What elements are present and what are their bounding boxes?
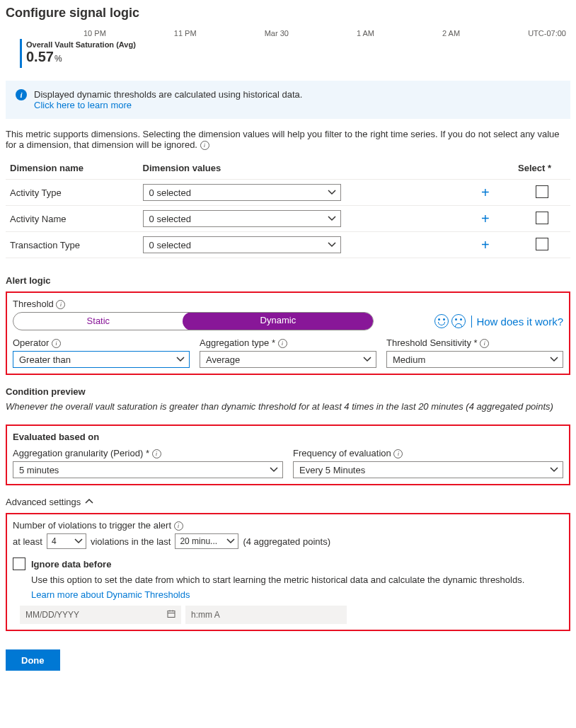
add-icon[interactable]: +	[477, 238, 494, 252]
svg-rect-0	[168, 611, 175, 618]
calendar-icon	[167, 610, 175, 620]
date-input[interactable]: MM/DD/YYYY	[20, 606, 181, 624]
done-button[interactable]: Done	[6, 649, 60, 671]
select-checkbox[interactable]	[536, 238, 548, 250]
col-name: Dimension name	[6, 157, 139, 180]
ignore-help: Use this option to set the date from whi…	[31, 574, 563, 585]
time-input[interactable]: h:mm A	[185, 606, 347, 624]
info-icon[interactable]: i	[278, 339, 287, 348]
aggregation-label: Aggregation type * i	[200, 337, 376, 348]
dim-name: Transaction Type	[6, 232, 139, 258]
select-checkbox[interactable]	[536, 212, 548, 224]
banner-text: Displayed dynamic thresholds are calcula…	[34, 89, 302, 100]
evaluated-heading: Evaluated based on	[13, 432, 563, 442]
chevron-down-icon	[328, 214, 336, 223]
chevron-up-icon	[85, 497, 93, 507]
select-checkbox[interactable]	[536, 185, 548, 198]
evaluated-panel: Evaluated based on Aggregation granulari…	[6, 424, 570, 485]
dim-values-select[interactable]: 0 selected	[143, 184, 341, 201]
violations-count-select[interactable]: 4	[47, 533, 86, 549]
aggregation-select[interactable]: Average	[200, 351, 376, 368]
frequency-select[interactable]: Every 5 Minutes	[293, 461, 563, 478]
dim-name: Activity Type	[6, 180, 139, 206]
threshold-static[interactable]: Static	[13, 313, 183, 330]
frequency-label: Frequency of evaluation i	[293, 448, 563, 458]
granularity-label: Aggregation granularity (Period) * i	[13, 448, 283, 458]
how-link[interactable]: How does it work?	[471, 316, 563, 328]
dimension-row: Activity Type 0 selected +	[6, 180, 570, 206]
violations-window-select[interactable]: 20 minu...	[175, 533, 238, 549]
info-icon[interactable]: i	[480, 339, 489, 348]
time-tick: 1 AM	[357, 29, 374, 37]
col-select: Select *	[514, 157, 570, 180]
operator-label: Operator i	[13, 337, 190, 348]
sensitivity-label: Threshold Sensitivity * i	[386, 337, 563, 348]
time-tick: 10 PM	[83, 29, 106, 37]
dim-values-select[interactable]: 0 selected	[143, 210, 341, 227]
alert-logic-heading: Alert logic	[6, 275, 570, 286]
dimension-row: Activity Name 0 selected +	[6, 206, 570, 232]
metric-card: Overall Vault Saturation (Avg) 0.57%	[20, 39, 142, 68]
condition-text: Whenever the overall vault saturation is…	[6, 401, 570, 412]
at-least-text: at least	[13, 536, 42, 547]
alert-logic-panel: Threshold i Static Dynamic How does it w…	[6, 291, 570, 375]
learn-thresholds-link[interactable]: Learn more about Dynamic Thresholds	[31, 589, 190, 600]
info-banner: i Displayed dynamic thresholds are calcu…	[6, 81, 570, 119]
info-icon[interactable]: i	[200, 141, 209, 150]
metric-name: Overall Vault Saturation (Avg)	[26, 40, 136, 49]
metric-unit: %	[54, 54, 62, 64]
chevron-down-icon	[363, 355, 371, 364]
time-tick: 11 PM	[174, 29, 197, 37]
banner-link[interactable]: Click here to learn more	[34, 100, 132, 110]
sensitivity-select[interactable]: Medium	[386, 351, 563, 368]
timeline: 10 PM 11 PM Mar 30 1 AM 2 AM UTC-07:00	[6, 29, 570, 39]
violations-label: Number of violations to trigger the aler…	[13, 520, 563, 531]
chevron-down-icon	[328, 188, 336, 197]
chevron-down-icon	[550, 466, 558, 474]
violations-mid-text: violations in the last	[91, 536, 171, 547]
time-tick: 2 AM	[442, 29, 460, 37]
info-icon[interactable]: i	[174, 521, 183, 531]
threshold-label: Threshold i	[13, 299, 563, 309]
info-icon[interactable]: i	[56, 300, 65, 309]
info-icon[interactable]: i	[393, 449, 403, 458]
feedback-happy-icon[interactable]	[434, 314, 449, 328]
ignore-checkbox[interactable]	[13, 557, 25, 570]
chevron-down-icon	[74, 537, 83, 545]
condition-heading: Condition preview	[6, 386, 570, 397]
operator-select[interactable]: Greater than	[13, 351, 190, 368]
dimension-table: Dimension name Dimension values Select *…	[6, 157, 570, 258]
dim-name: Activity Name	[6, 206, 139, 232]
time-tick: Mar 30	[265, 29, 289, 37]
chevron-down-icon	[270, 466, 278, 474]
add-icon[interactable]: +	[477, 185, 494, 200]
advanced-panel: Number of violations to trigger the aler…	[6, 513, 570, 631]
chevron-down-icon	[176, 355, 185, 364]
dim-values-select[interactable]: 0 selected	[143, 236, 341, 253]
chevron-down-icon	[328, 241, 336, 249]
col-values: Dimension values	[139, 157, 514, 180]
time-tz: UTC-07:00	[528, 29, 566, 37]
advanced-toggle[interactable]: Advanced settings	[6, 497, 93, 507]
info-icon[interactable]: i	[52, 339, 61, 348]
info-icon: i	[16, 89, 27, 100]
add-icon[interactable]: +	[477, 212, 494, 226]
threshold-dynamic[interactable]: Dynamic	[183, 312, 374, 330]
ignore-label: Ignore data before	[31, 559, 111, 570]
metric-value: 0.57	[26, 49, 54, 64]
chevron-down-icon	[550, 355, 558, 364]
page-title: Configure signal logic	[6, 6, 570, 21]
info-icon[interactable]: i	[152, 449, 161, 458]
dimension-row: Transaction Type 0 selected +	[6, 232, 570, 258]
threshold-toggle[interactable]: Static Dynamic	[13, 312, 374, 330]
granularity-select[interactable]: 5 minutes	[13, 461, 283, 478]
chevron-down-icon	[226, 537, 235, 545]
dimension-help: This metric supports dimensions. Selecti…	[6, 129, 570, 150]
aggregated-points-text: (4 aggregated points)	[243, 536, 330, 547]
feedback-sad-icon[interactable]	[451, 314, 466, 328]
